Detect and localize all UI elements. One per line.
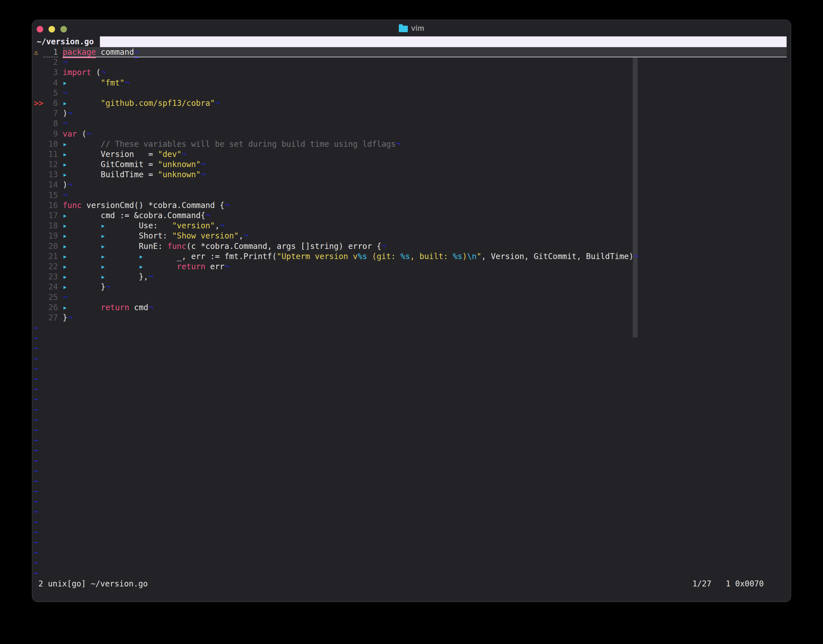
line-number: 12 [43, 159, 58, 170]
code-line-25: 25¬ [32, 292, 786, 302]
sign-column [34, 272, 43, 282]
sign-column [34, 67, 43, 78]
tabline-fill [100, 37, 786, 47]
code-line-17: 17▸cmd := &cobra.Command{¬ [32, 210, 786, 221]
empty-line-tilde: ~ [32, 435, 786, 445]
sign-column [34, 190, 43, 200]
code-text: }¬ [63, 313, 786, 323]
line-number: 1 [43, 47, 58, 57]
code-text: ▸// These variables will be set during b… [63, 139, 786, 149]
code-text: ▸"github.com/spf13/cobra"¬ [63, 98, 786, 108]
code-text: package command¬ [63, 47, 786, 57]
line-number: 20 [43, 241, 58, 251]
line-number: 27 [43, 313, 58, 323]
code-text: ▸▸RunE: func(c *cobra.Command, args []st… [63, 241, 786, 251]
code-line-5: 5¬ [32, 88, 786, 98]
code-text: ¬ [63, 57, 786, 67]
line-number: 10 [43, 139, 58, 149]
code-text: ▸}¬ [63, 282, 786, 292]
line-number: 25 [43, 292, 58, 302]
code-line-16: 16func versionCmd() *cobra.Command {¬ [32, 200, 786, 210]
code-text: func versionCmd() *cobra.Command {¬ [63, 200, 786, 210]
empty-line-tilde: ~ [32, 415, 786, 425]
line-number: 18 [43, 221, 58, 231]
code-line-4: 4▸"fmt"¬ [32, 78, 786, 88]
desktop-background: { "window": { "title": "vim", "traffic_l… [0, 0, 823, 644]
folder-icon [399, 26, 408, 32]
empty-line-tilde: ~ [32, 364, 786, 374]
statusline-cursor-position: 1/27 1 0x0070 [692, 579, 764, 589]
line-number: 5 [43, 88, 58, 98]
sign-column [34, 210, 43, 221]
code-line-14: 14)¬ [32, 180, 786, 190]
line-number: 14 [43, 180, 58, 190]
code-text: ▸▸},¬ [63, 272, 786, 282]
line-number: 8 [43, 118, 58, 129]
statusline: 2 unix[go] ~/version.go 1/27 1 0x0070 [38, 579, 764, 589]
empty-line-tilde: ~ [32, 558, 786, 568]
code-line-21: 21▸▸▸_, err := fmt.Printf("Upterm versio… [32, 251, 786, 262]
line-number: 3 [43, 67, 58, 78]
window-titlebar[interactable]: vim [32, 20, 791, 37]
code-text: import (¬ [63, 67, 786, 78]
empty-line-tilde: ~ [32, 547, 786, 558]
code-line-27: 27}¬ [32, 313, 786, 323]
code-text: ¬ [63, 292, 786, 302]
line-number: 13 [43, 170, 58, 180]
sign-column [34, 200, 43, 210]
code-line-20: 20▸▸RunE: func(c *cobra.Command, args []… [32, 241, 786, 251]
code-text: ▸return cmd¬ [63, 302, 786, 313]
empty-line-tilde: ~ [32, 497, 786, 506]
empty-line-tilde: ~ [32, 374, 786, 384]
code-text: )¬ [63, 180, 786, 190]
code-line-12: 12▸GitCommit = "unknown"¬ [32, 159, 786, 170]
sign-column [34, 282, 43, 292]
breakpoint-sign-icon: >> [34, 98, 43, 108]
code-line-7: 7)¬ [32, 108, 786, 118]
code-text: ▸▸Use: "version",¬ [63, 221, 786, 231]
line-number: 21 [43, 251, 58, 262]
code-line-2: 2¬ [32, 57, 786, 67]
code-line-9: 9var (¬ [32, 129, 786, 139]
empty-line-tilde: ~ [32, 456, 786, 466]
sign-column [34, 302, 43, 313]
sign-column [34, 231, 43, 241]
statusline-file-info: 2 unix[go] ~/version.go [38, 579, 148, 589]
sign-column [34, 129, 43, 139]
empty-line-tilde: ~ [32, 384, 786, 394]
empty-line-tilde: ~ [32, 486, 786, 497]
warning-sign-icon: ⚠ [34, 47, 43, 57]
line-number: 22 [43, 262, 58, 272]
code-text: ¬ [63, 88, 786, 98]
code-line-11: 11▸Version = "dev"¬ [32, 149, 786, 159]
code-text: ▸▸▸_, err := fmt.Printf("Upterm version … [63, 251, 786, 262]
line-number: 17 [43, 210, 58, 221]
code-line-15: 15¬ [32, 190, 786, 200]
code-text: ▸Version = "dev"¬ [63, 149, 786, 159]
empty-line-tilde: ~ [32, 537, 786, 547]
tab-version-go[interactable]: ~/version.go [32, 37, 100, 47]
sign-column [34, 262, 43, 272]
empty-line-tilde: ~ [32, 506, 786, 517]
code-text: ¬ [63, 118, 786, 129]
sign-column [34, 149, 43, 159]
window-title: vim [411, 24, 425, 33]
sign-column [34, 118, 43, 129]
tabline: ~/version.go [32, 37, 791, 47]
sign-column [34, 241, 43, 251]
sign-column [34, 57, 43, 67]
sign-column [34, 251, 43, 262]
line-number: 24 [43, 282, 58, 292]
sign-column [34, 313, 43, 323]
empty-line-tilde: ~ [32, 333, 786, 343]
code-text: )¬ [63, 108, 786, 118]
line-number: 19 [43, 231, 58, 241]
empty-line-tilde: ~ [32, 405, 786, 415]
empty-line-tilde: ~ [32, 445, 786, 455]
editor-buffer[interactable]: ⚠1package command¬2¬3import (¬4▸"fmt"¬5¬… [32, 47, 786, 578]
empty-line-tilde: ~ [32, 425, 786, 435]
code-line-1: ⚠1package command¬ [32, 47, 786, 57]
sign-column [34, 180, 43, 190]
code-line-8: 8¬ [32, 118, 786, 129]
window-title-group: vim [32, 20, 791, 37]
